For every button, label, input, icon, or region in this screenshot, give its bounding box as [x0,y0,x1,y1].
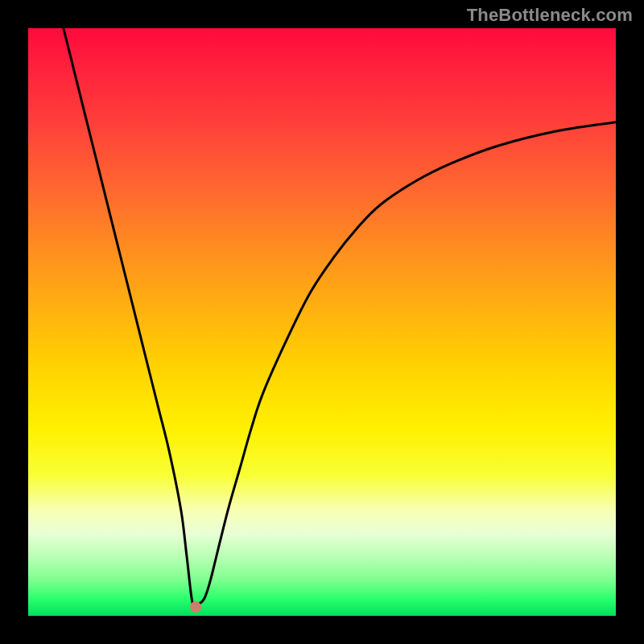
bottleneck-curve [64,28,616,608]
chart-frame: TheBottleneck.com [0,0,644,644]
sweet-spot-marker [190,601,201,613]
plot-area [28,28,616,616]
watermark-text: TheBottleneck.com [467,5,633,26]
curve-layer [28,28,616,616]
